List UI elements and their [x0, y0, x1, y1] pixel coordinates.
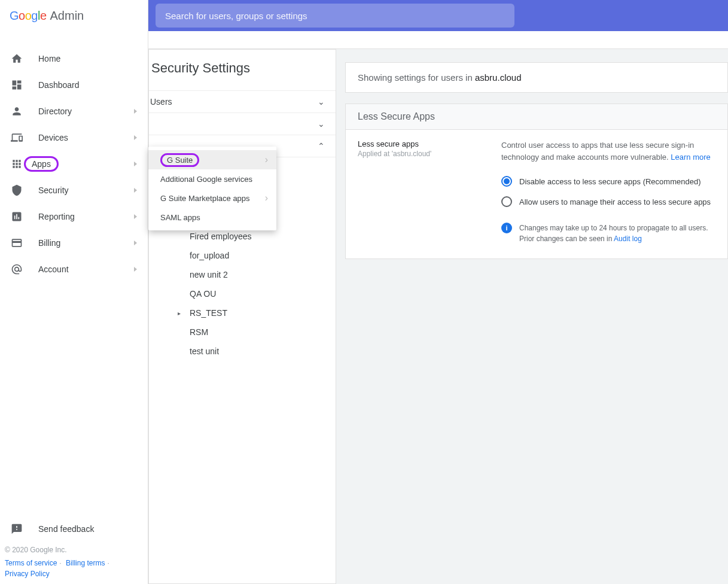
tree-item[interactable]: new unit 2	[149, 265, 336, 284]
tree-item[interactable]: QA OU	[149, 284, 336, 303]
groups-panel-row[interactable]: ⌄	[149, 112, 336, 135]
nav-dashboard-label: Dashboard	[38, 80, 80, 90]
chevron-right-icon	[134, 162, 137, 166]
tree-item-label: Fired employees	[190, 232, 252, 241]
submenu-saml[interactable]: SAML apps	[148, 208, 276, 227]
apps-highlight: Apps	[24, 156, 59, 172]
less-secure-apps-card: Less Secure Apps Less secure apps Applie…	[345, 104, 728, 259]
radio-disable[interactable]: Disable access to less secure apps (Reco…	[501, 171, 715, 191]
terms-link[interactable]: Terms of service	[5, 559, 57, 567]
nav-reporting[interactable]: Reporting	[0, 203, 148, 230]
tree-item[interactable]: for_upload	[149, 246, 336, 265]
audit-log-link[interactable]: Audit log	[614, 235, 642, 243]
tree-item[interactable]: RSM	[149, 323, 336, 342]
submenu-additional[interactable]: Additional Google services	[148, 169, 276, 188]
submenu-gsuite[interactable]: G Suite ›	[148, 150, 276, 169]
radio-icon	[501, 196, 512, 207]
info-icon: i	[501, 223, 512, 233]
content: Showing settings for users in asbru.clou…	[345, 62, 728, 584]
nav-billing[interactable]: Billing	[0, 230, 148, 256]
tree-item-label: RS_TEST	[190, 308, 227, 318]
nav-reporting-label: Reporting	[38, 212, 75, 221]
tree-item-label: test unit	[190, 346, 219, 356]
nav-security-label: Security	[38, 185, 69, 195]
gsuite-highlight: G Suite	[160, 153, 199, 167]
tree-item[interactable]: ▸RS_TEST	[149, 303, 336, 323]
submenu-marketplace-label: G Suite Marketplace apps	[160, 194, 250, 203]
nav-security[interactable]: Security	[0, 177, 148, 203]
tree-item-label: for_upload	[190, 251, 229, 260]
desc-text: Control user access to apps that use les…	[501, 141, 694, 162]
chevron-right-icon	[134, 188, 137, 193]
card-left-sub: Applied at 'asbru.cloud'	[358, 150, 477, 158]
person-icon	[10, 104, 24, 118]
nav-feedback-label: Send feedback	[38, 524, 94, 534]
card-description: Control user access to apps that use les…	[501, 139, 715, 163]
admin-label: Admin	[50, 9, 84, 23]
tree-item[interactable]: test unit	[149, 342, 336, 361]
nav-directory[interactable]: Directory	[0, 98, 148, 124]
nav-devices-label: Devices	[38, 133, 68, 142]
nav-home-label: Home	[38, 54, 60, 63]
showing-org: asbru.cloud	[475, 72, 522, 83]
card-right: Control user access to apps that use les…	[501, 139, 715, 244]
tree-item-label: new unit 2	[190, 270, 228, 279]
submenu-saml-label: SAML apps	[160, 213, 200, 222]
info-line1: Changes may take up to 24 hours to propa…	[519, 223, 708, 233]
chevron-right-icon: ›	[265, 154, 268, 165]
chevron-down-icon: ⌄	[318, 119, 325, 129]
chevron-right-icon: ▸	[178, 310, 190, 317]
nav-billing-label: Billing	[38, 238, 60, 248]
devices-icon	[10, 130, 24, 145]
showing-prefix: Showing settings for users in	[358, 72, 475, 83]
google-logo: Google	[10, 9, 47, 23]
nav: Home Dashboard Directory Devices Apps Se…	[0, 31, 148, 511]
tree-item-label: RSM	[190, 327, 208, 337]
nav-directory-label: Directory	[38, 107, 72, 116]
tree-item-label: QA OU	[190, 289, 216, 299]
dashboard-icon	[10, 78, 24, 92]
chevron-right-icon	[134, 135, 137, 140]
nav-feedback[interactable]: Send feedback	[0, 516, 148, 542]
feedback-icon	[10, 522, 24, 536]
nav-devices[interactable]: Devices	[0, 124, 148, 151]
users-panel-row[interactable]: Users ⌄	[149, 90, 336, 112]
chevron-right-icon: ›	[265, 193, 268, 203]
nav-home[interactable]: Home	[0, 45, 148, 72]
sidebar: Google Admin Home Dashboard Directory De…	[0, 0, 148, 584]
nav-dashboard[interactable]: Dashboard	[0, 72, 148, 98]
info-row: i Changes may take up to 24 hours to pro…	[501, 223, 715, 244]
radio-icon	[501, 176, 512, 187]
learn-more-link[interactable]: Learn more	[671, 153, 710, 162]
billing-terms-link[interactable]: Billing terms	[66, 559, 105, 567]
card-left: Less secure apps Applied at 'asbru.cloud…	[358, 139, 477, 244]
sidebar-footer: Send feedback © 2020 Google Inc. Terms o…	[0, 511, 148, 584]
settings-panel: Security Settings Users ⌄ ⌄ ⌃ Search for…	[148, 49, 336, 584]
nav-account-label: Account	[38, 264, 69, 274]
shield-icon	[10, 183, 24, 197]
radio-allow-label: Allow users to manage their access to le…	[519, 197, 711, 206]
copyright: © 2020 Google Inc.	[0, 542, 148, 558]
submenu-additional-label: Additional Google services	[160, 175, 252, 184]
card-header: Less Secure Apps	[346, 104, 727, 130]
home-icon	[10, 51, 24, 66]
search-box[interactable]	[156, 4, 514, 28]
chevron-right-icon	[134, 109, 137, 114]
radio-allow[interactable]: Allow users to manage their access to le…	[501, 191, 715, 212]
privacy-link[interactable]: Privacy Policy	[5, 570, 50, 578]
apps-icon	[10, 157, 24, 171]
search-input[interactable]	[165, 11, 505, 21]
settings-title: Security Settings	[149, 50, 336, 90]
submenu-marketplace[interactable]: G Suite Marketplace apps ›	[148, 188, 276, 208]
nav-apps[interactable]: Apps	[0, 151, 148, 177]
topbar	[148, 0, 728, 31]
card-icon	[10, 236, 24, 250]
nav-account[interactable]: Account	[0, 256, 148, 282]
card-left-title: Less secure apps	[358, 139, 477, 148]
submenu-gsuite-label: G Suite	[167, 156, 193, 165]
chevron-right-icon	[134, 214, 137, 219]
footer-links: Terms of service· Billing terms·	[0, 558, 148, 568]
users-label: Users	[150, 97, 172, 107]
chevron-down-icon: ⌄	[318, 97, 325, 107]
header-strip	[148, 31, 728, 49]
